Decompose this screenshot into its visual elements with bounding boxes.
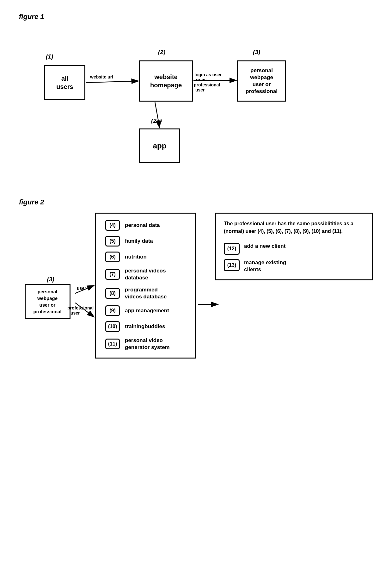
option-label: programmedvideos database: [125, 286, 167, 300]
option-badge: (5): [105, 236, 120, 247]
option-row: (5)family data: [105, 236, 186, 247]
arrow-login-label2: or as: [196, 77, 207, 82]
node2-label: (2): [158, 49, 165, 56]
option-row: (8)programmedvideos database: [105, 286, 186, 300]
pro-option-badge: (13): [224, 259, 240, 271]
pro-description: The professional user has the same possi…: [224, 220, 364, 235]
option-badge: (10): [105, 321, 120, 332]
option-badge: (11): [105, 339, 120, 349]
box-website-homepage: websitehomepage: [139, 60, 193, 102]
option-badge: (8): [105, 288, 120, 299]
node1-label: (1): [46, 53, 53, 60]
option-label: personal videosdatabase: [125, 267, 166, 281]
fig2-node3-label: (3): [47, 276, 54, 283]
option-row: (6)nutrition: [105, 252, 186, 262]
arrow-login-label3: professional: [194, 82, 220, 87]
page: figure 1 (1) allusers (2) websitehomepag…: [0, 0, 392, 568]
option-label: app management: [125, 307, 169, 314]
option-label: nutrition: [125, 253, 147, 260]
figure2-label: figure 2: [19, 198, 373, 206]
figure2-professional-box: The professional user has the same possi…: [215, 213, 373, 280]
node3-label: (3): [253, 49, 260, 56]
pro-option-row: (13)manage existingclients: [224, 259, 364, 273]
arrow-login-label1: login as user: [194, 72, 222, 77]
figure2-options-box: (4)personal data(5)family data(6)nutriti…: [95, 213, 196, 359]
arrow-url-label: website url: [90, 74, 113, 79]
option-badge: (6): [105, 252, 120, 262]
figure1-diagram: (1) allusers (2) websitehomepage (3) per…: [19, 27, 373, 179]
pro-option-label: add a new client: [244, 243, 285, 250]
node2a-label: (2a): [151, 117, 162, 124]
box-personal-webpage2: personalwebpageuser orprofessional: [25, 284, 70, 319]
option-label: personal videogenerator system: [125, 337, 170, 351]
option-label: personal data: [125, 222, 160, 229]
figure2-layout: (3) personalwebpageuser orprofessional (…: [19, 213, 373, 359]
option-row: (9)app management: [105, 305, 186, 316]
box-personal-webpage: personalwebpageuser orprofessional: [237, 60, 286, 102]
figure1-label: figure 1: [19, 13, 373, 21]
option-row: (4)personal data: [105, 220, 186, 231]
option-row: (7)personal videosdatabase: [105, 267, 186, 281]
pro-option-row: (12)add a new client: [224, 243, 364, 255]
figure2-wrapper: (3) personalwebpageuser orprofessional (…: [19, 213, 373, 359]
box-all-users: allusers: [44, 65, 85, 100]
option-badge: (4): [105, 220, 120, 231]
arrow-users-to-homepage: [86, 81, 138, 83]
option-badge: (9): [105, 305, 120, 316]
option-badge: (7): [105, 269, 120, 280]
figure1-container: (1) allusers (2) websitehomepage (3) per…: [19, 27, 373, 179]
option-row: (10)trainingbuddies: [105, 321, 186, 332]
option-row: (11)personal videogenerator system: [105, 337, 186, 351]
option-label: trainingbuddies: [125, 323, 165, 330]
box-app: app: [139, 128, 180, 163]
figure2-left: (3) personalwebpageuser orprofessional: [19, 213, 76, 319]
pro-option-badge: (12): [224, 243, 240, 255]
option-label: family data: [125, 238, 153, 245]
pro-option-label: manage existingclients: [244, 259, 286, 273]
arrow-login-label4: user: [195, 87, 205, 92]
figure1-arrows-svg: website url login as user or as professi…: [19, 27, 373, 179]
